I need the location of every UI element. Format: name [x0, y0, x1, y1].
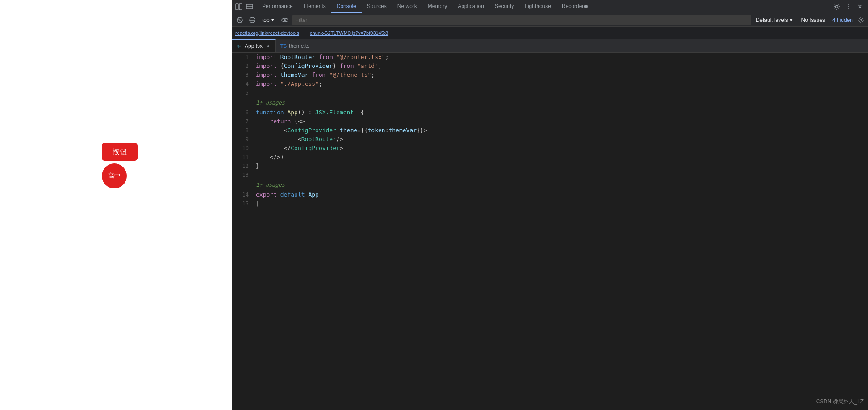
editor-tab-app-tsx[interactable]: ⚛ App.tsx ✕	[232, 39, 276, 52]
code-line-6: 6 function App() : JSX.Element {	[232, 108, 868, 117]
tab-lighthouse[interactable]: Lighthouse	[519, 0, 556, 13]
tab-theme-ts-label: theme.ts	[289, 43, 309, 49]
code-content-6: function App() : JSX.Element {	[256, 108, 364, 117]
line-num-6: 6	[235, 108, 249, 117]
code-line-8: 8 <ConfigProvider theme={{token:themeVar…	[232, 126, 868, 135]
close-icon[interactable]: ✕	[855, 2, 864, 11]
block-icon[interactable]	[247, 15, 258, 25]
tab-memory[interactable]: Memory	[422, 0, 452, 13]
code-line-14: 14 export default App	[232, 190, 868, 199]
editor-tabs: ⚛ App.tsx ✕ TS theme.ts	[232, 39, 868, 53]
tab-security[interactable]: Security	[489, 0, 519, 13]
eye-icon[interactable]	[280, 15, 290, 25]
code-line-5: 5	[232, 88, 868, 97]
no-issues-label: No Issues	[798, 16, 829, 24]
line-num-2: 2	[235, 62, 249, 71]
line-num-13: 13	[235, 171, 249, 180]
default-levels-selector[interactable]: Default levels ▼	[753, 16, 796, 24]
code-content-4: import "./App.css";	[256, 79, 322, 88]
red-button[interactable]: 按钮	[102, 143, 138, 161]
line-num-7: 7	[235, 117, 249, 126]
code-content-3: import themeVar from "@/theme.ts";	[256, 71, 375, 79]
code-editor[interactable]: 1 import RootRouter from "@/router.tsx";…	[232, 53, 868, 410]
usages-hint-1: 1+ usages	[232, 97, 868, 108]
ts-icon: TS	[280, 43, 287, 49]
chevron-down-icon: ▼	[271, 17, 275, 22]
code-content-12: }	[256, 162, 259, 171]
code-line-13: 13	[232, 171, 868, 180]
hidden-count[interactable]: 4 hidden	[830, 16, 855, 24]
code-content-13	[256, 171, 259, 180]
code-line-2: 2 import {ConfigProvider} from "antd";	[232, 62, 868, 71]
line-num-5: 5	[235, 88, 249, 97]
chevron-down-icon-levels: ▼	[789, 17, 793, 22]
tab-recorder[interactable]: Recorder ⏺	[556, 0, 594, 13]
devtools-top-toolbar: Performance Elements Console Sources Net…	[232, 0, 868, 13]
detach-icon[interactable]	[245, 2, 254, 11]
svg-point-10	[284, 19, 286, 21]
tab-application[interactable]: Application	[452, 0, 489, 13]
code-content-9: <RootRouter/>	[256, 135, 343, 144]
code-line-10: 10 </ConfigProvider>	[232, 144, 868, 153]
console-toolbar: top ▼ Default levels ▼ No Issues 4 hidde…	[232, 13, 868, 27]
code-content-2: import {ConfigProvider} from "antd";	[256, 62, 382, 71]
context-label: top	[262, 17, 270, 23]
console-content: reactjs.org/link/react-devtools chunk-S2…	[232, 27, 868, 410]
code-content-5	[256, 88, 259, 97]
tab-console[interactable]: Console	[331, 0, 362, 13]
react-icon: ⚛	[236, 43, 242, 49]
chunk-link[interactable]: chunk-S2TLTWM0.js?v=7bf03145:8	[306, 30, 392, 36]
svg-rect-1	[239, 4, 242, 10]
usages-hint-2: 1+ usages	[232, 180, 868, 190]
code-line-4: 4 import "./App.css";	[232, 79, 868, 88]
settings-icon[interactable]	[832, 2, 841, 11]
line-num-14: 14	[235, 190, 249, 199]
code-content-7: return (<>	[256, 117, 305, 126]
code-line-3: 3 import themeVar from "@/theme.ts";	[232, 71, 868, 79]
code-line-1: 1 import RootRouter from "@/router.tsx";	[232, 53, 868, 62]
tab-app-tsx-label: App.tsx	[245, 43, 263, 49]
tab-close-app-tsx[interactable]: ✕	[265, 43, 271, 49]
code-content-1: import RootRouter from "@/router.tsx";	[256, 53, 388, 62]
code-line-12: 12 }	[232, 162, 868, 171]
tab-performance[interactable]: Performance	[257, 0, 298, 13]
clear-console-icon[interactable]	[234, 15, 245, 25]
editor-tab-theme-ts[interactable]: TS theme.ts	[276, 39, 314, 52]
line-num-4: 4	[235, 79, 249, 88]
console-links-row: reactjs.org/link/react-devtools chunk-S2…	[232, 27, 868, 39]
code-content-14: export default App	[256, 190, 319, 199]
tab-network[interactable]: Network	[392, 0, 422, 13]
line-num-12: 12	[235, 162, 249, 171]
tab-sources[interactable]: Sources	[362, 0, 392, 13]
console-settings-icon[interactable]	[856, 16, 865, 25]
watermark: CSDN @局外人_LZ	[816, 398, 864, 406]
dock-icon[interactable]	[234, 2, 243, 11]
code-line-11: 11 </>)	[232, 153, 868, 162]
code-content-15	[256, 199, 259, 208]
default-levels-label: Default levels	[756, 17, 788, 23]
react-devtools-link[interactable]: reactjs.org/link/react-devtools	[232, 30, 303, 36]
editor-area: ⚛ App.tsx ✕ TS theme.ts 1 import RootRou…	[232, 39, 868, 410]
more-icon[interactable]: ⋮	[844, 2, 853, 11]
context-selector[interactable]: top ▼	[259, 16, 278, 24]
code-line-9: 9 <RootRouter/>	[232, 135, 868, 144]
devtools-right-icons: ⋮ ✕	[829, 2, 868, 11]
tab-elements[interactable]: Elements	[298, 0, 331, 13]
line-num-11: 11	[235, 153, 249, 162]
line-num-1: 1	[235, 53, 249, 62]
code-line-7: 7 return (<>	[232, 117, 868, 126]
code-content-11: </>)	[256, 153, 284, 162]
recorder-icon: ⏺	[584, 4, 588, 9]
devtools-tabs: Performance Elements Console Sources Net…	[257, 0, 829, 13]
svg-line-6	[238, 18, 242, 22]
code-line-15: 15	[232, 199, 868, 208]
code-content-10: </ConfigProvider>	[256, 144, 343, 153]
filter-input[interactable]	[292, 15, 751, 25]
line-num-3: 3	[235, 71, 249, 79]
line-num-9: 9	[235, 135, 249, 144]
red-circle-button[interactable]: 高中	[102, 163, 127, 188]
svg-rect-0	[236, 4, 238, 10]
red-button-label: 按钮	[113, 147, 127, 157]
svg-rect-2	[246, 4, 253, 9]
line-num-15: 15	[235, 199, 249, 208]
